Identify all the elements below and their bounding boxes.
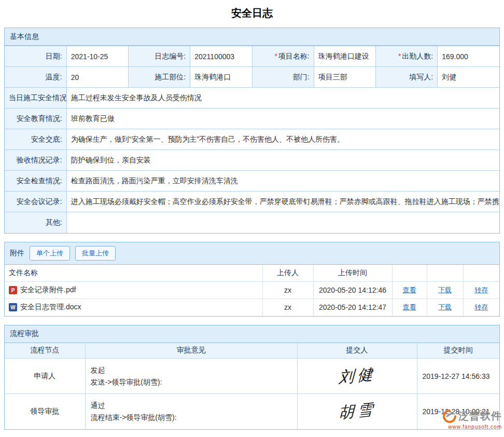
action-column-header-1: [392, 265, 427, 282]
file-name-cell: P 安全记录附件.pdf: [5, 282, 262, 299]
basic-fullrow-safety-situation: 当日施工安全情况: 施工过程未发生安全事故及人员受伤情况: [5, 88, 499, 108]
writer-label: 填写人:: [376, 67, 438, 88]
flow-node-column-header: 流程节点: [5, 343, 85, 359]
basic-info-panel: 基本信息 日期: 2021-10-25 日志编号: 2021100003 *项目…: [4, 28, 500, 234]
batch-upload-button[interactable]: 批量上传: [75, 246, 116, 261]
file-upload-time: 2020-05-20 14:12:46: [313, 282, 392, 299]
brand-url: www.fanpusoft.com: [424, 424, 502, 430]
submitter-column-header: 提交人: [297, 343, 417, 359]
handwritten-signature: 刘健: [338, 363, 376, 389]
required-asterisk: *: [398, 52, 401, 60]
approval-opinion: 通过 流程结束->领导审批(胡雪):: [85, 394, 297, 429]
file-upload-time: 2020-05-20 14:12:47: [313, 299, 392, 316]
pdf-file-icon: P: [9, 286, 17, 294]
submitter-signature-cell: 胡雪: [297, 394, 417, 429]
safety-inspection-label: 安全检查情况:: [5, 171, 66, 192]
log-number-value: 2021100003: [190, 46, 252, 67]
department-value: 项目三部: [314, 67, 375, 88]
attachments-title: 附件: [10, 249, 24, 258]
construction-part-label-text: 施工部位:: [155, 73, 186, 81]
temperature-label-text: 温度:: [46, 73, 62, 81]
view-link[interactable]: 查看: [403, 303, 416, 311]
brand-name: 泛普软件: [458, 409, 502, 423]
temperature-value: 20: [66, 67, 128, 88]
file-name-cell: W 安全日志管理.docx: [5, 299, 262, 316]
opinion-line-1: 通过: [91, 400, 292, 412]
basic-fullrow-other: 其他:: [5, 212, 499, 233]
other-value: [66, 212, 499, 233]
attachments-header-row: 文件名称 上传人 上传时间: [5, 265, 499, 282]
date-value: 2021-10-25: [66, 46, 128, 67]
file-uploader: zx: [262, 282, 313, 299]
opinion-line-2: 流程结束->领导审批(胡雪):: [91, 412, 292, 424]
upload-time-column-header: 上传时间: [313, 265, 392, 282]
action-column-header-2: [427, 265, 463, 282]
safety-education-value: 班前教育已做: [66, 108, 499, 129]
fanpu-logo-icon: [443, 409, 456, 423]
department-label: 部门:: [252, 67, 314, 88]
acceptance-record-label: 验收情况记录:: [5, 150, 66, 171]
submit-time: 2019-12-27 14:56:33: [417, 359, 499, 394]
submit-time-column-header: 提交时间: [417, 343, 499, 359]
opinion-line-2: 发送->领导审批(胡雪):: [91, 376, 292, 388]
basic-row-1: 日期: 2021-10-25 日志编号: 2021100003 *项目名称: 珠…: [5, 46, 499, 67]
basic-info-title: 基本信息: [10, 32, 39, 42]
other-label: 其他:: [5, 212, 66, 233]
safety-briefing-value: 为确保生产，做到“安全第一、预防为主”不伤害自己，不伤害他人、不被他人所伤害。: [66, 129, 499, 150]
safety-briefing-label: 安全交底:: [5, 129, 66, 150]
attendance-label: *出勤人数:: [376, 46, 438, 67]
flow-node: 领导审批: [5, 394, 85, 429]
approval-row: 申请人 发起 发送->领导审批(胡雪): 刘健 2019-12-27 14:56…: [5, 359, 499, 394]
file-uploader: zx: [262, 299, 313, 316]
construction-part-value: 珠海鹤港口: [190, 67, 252, 88]
file-row: P 安全记录附件.pdf zx 2020-05-20 14:12:46 查看 下…: [5, 282, 499, 299]
page-title: 安全日志: [4, 0, 500, 28]
basic-fullrow-safety-briefing: 安全交底: 为确保生产，做到“安全第一、预防为主”不伤害自己，不伤害他人、不被他…: [5, 129, 499, 150]
project-name-label: *项目名称:: [252, 46, 314, 67]
temperature-label: 温度:: [5, 67, 66, 88]
save-as-link[interactable]: 转存: [474, 303, 488, 311]
required-asterisk: *: [274, 52, 277, 60]
attendance-value: 169.000: [438, 46, 499, 67]
file-name: 安全日志管理.docx: [20, 303, 81, 312]
safety-situation-value: 施工过程未发生安全事故及人员受伤情况: [66, 88, 499, 108]
handwritten-signature: 胡雪: [338, 399, 376, 424]
basic-fullrow-safety-meeting: 安全会议记录: 进入施工现场必须戴好安全帽；高空作业必须系好安全带，严禁穿硬底带…: [5, 192, 499, 212]
approval-opinion-column-header: 审批意见: [85, 343, 297, 359]
download-link[interactable]: 下载: [438, 286, 452, 294]
acceptance-record-value: 防护确保到位，亲自安装: [66, 150, 499, 171]
writer-label-text: 填写人:: [409, 73, 433, 81]
file-name: 安全记录附件.pdf: [20, 285, 76, 295]
basic-info-table: 日期: 2021-10-25 日志编号: 2021100003 *项目名称: 珠…: [5, 46, 499, 233]
single-upload-button[interactable]: 单个上传: [30, 246, 70, 261]
file-row: W 安全日志管理.docx zx 2020-05-20 14:12:47 查看 …: [5, 299, 499, 316]
fanpu-brand: 泛普软件 www.fanpusoft.com: [424, 409, 502, 430]
log-number-label-text: 日志编号:: [155, 52, 186, 60]
save-as-link[interactable]: 转存: [474, 286, 488, 294]
construction-part-label: 施工部位:: [129, 67, 190, 88]
opinion-line-1: 发起: [91, 364, 292, 376]
page: 安全日志 基本信息 日期: 2021-10-25 日志编号: 202110000…: [0, 0, 504, 430]
attachments-header: 附件 单个上传 批量上传: [5, 242, 499, 265]
attachments-panel: 附件 单个上传 批量上传 文件名称 上传人 上传时间 P 安: [4, 242, 500, 317]
approval-title: 流程审批: [10, 329, 39, 338]
project-name-value: 珠海鹤港口建设: [314, 46, 375, 67]
approval-opinion: 发起 发送->领导审批(胡雪):: [85, 359, 297, 394]
safety-meeting-value: 进入施工现场必须戴好安全帽；高空作业必须系好安全带，严禁穿硬底带钉易滑鞋；严禁赤…: [66, 192, 499, 212]
safety-education-label: 安全教育情况:: [5, 108, 66, 129]
project-name-label-text: 项目名称:: [278, 52, 310, 60]
submitter-signature-cell: 刘健: [297, 359, 417, 394]
attendance-label-text: 出勤人数:: [402, 52, 433, 60]
attachments-table: 文件名称 上传人 上传时间 P 安全记录附件.pdf zx 2020-05-20…: [5, 265, 499, 316]
word-file-icon: W: [9, 303, 17, 311]
file-name-column-header: 文件名称: [5, 265, 262, 282]
download-link[interactable]: 下载: [438, 303, 452, 311]
basic-fullrow-safety-inspection: 安全检查情况: 检查路面清洗，路面污染严重，立即安排清洗车清洗: [5, 171, 499, 192]
safety-inspection-value: 检查路面清洗，路面污染严重，立即安排清洗车清洗: [66, 171, 499, 192]
date-label: 日期:: [5, 46, 66, 67]
date-label-text: 日期:: [46, 52, 62, 60]
approval-header: 流程审批: [5, 325, 499, 343]
basic-fullrow-acceptance-record: 验收情况记录: 防护确保到位，亲自安装: [5, 150, 499, 171]
flow-node: 申请人: [5, 359, 85, 394]
view-link[interactable]: 查看: [403, 286, 416, 294]
